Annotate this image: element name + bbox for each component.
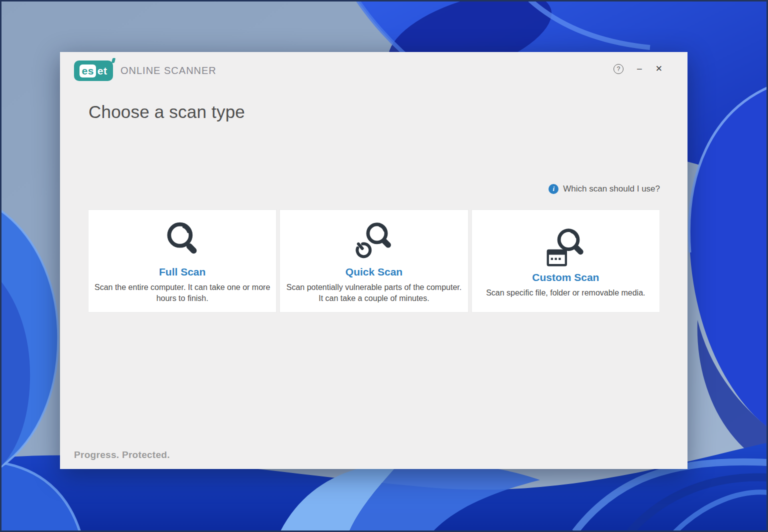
- help-icon: ?: [614, 64, 624, 74]
- close-button[interactable]: ✕: [656, 64, 662, 74]
- window-controls: ? − ✕: [614, 64, 662, 74]
- product-name: ONLINE SCANNER: [120, 65, 216, 76]
- quick-scan-description: Scan potentially vulnerable parts of the…: [282, 282, 466, 304]
- full-scan-title: Full Scan: [159, 266, 206, 278]
- magnifier-power-icon: [351, 219, 397, 265]
- full-scan-description: Scan the entire computer. It can take on…: [90, 282, 274, 304]
- eset-logo-es: es: [80, 64, 96, 78]
- full-scan-card[interactable]: Full Scan Scan the entire computer. It c…: [88, 210, 276, 312]
- magnifier-window-icon: [542, 224, 588, 270]
- info-icon: i: [548, 184, 558, 194]
- which-scan-link-label: Which scan should I use?: [563, 184, 660, 194]
- footer-tagline: Progress. Protected.: [74, 450, 170, 460]
- page-title: Choose a scan type: [88, 102, 245, 122]
- custom-scan-description: Scan specific file, folder or removable …: [482, 288, 649, 298]
- minimize-icon: −: [636, 64, 642, 74]
- custom-scan-card[interactable]: Custom Scan Scan specific file, folder o…: [472, 210, 660, 312]
- eset-logo-et: et: [98, 66, 108, 76]
- brand-row: es et ONLINE SCANNER: [74, 60, 216, 81]
- close-icon: ✕: [656, 64, 662, 74]
- eset-online-scanner-window: es et ONLINE SCANNER ? − ✕ Choose a scan…: [60, 52, 688, 469]
- minimize-button[interactable]: −: [636, 64, 642, 74]
- custom-scan-title: Custom Scan: [532, 272, 599, 284]
- eset-logo-icon: es et: [74, 60, 113, 81]
- quick-scan-title: Quick Scan: [346, 266, 402, 278]
- quick-scan-card[interactable]: Quick Scan Scan potentially vulnerable p…: [280, 210, 468, 312]
- which-scan-link[interactable]: i Which scan should I use?: [548, 184, 660, 194]
- scan-type-cards: Full Scan Scan the entire computer. It c…: [88, 210, 660, 312]
- help-button[interactable]: ?: [614, 64, 624, 74]
- magnifier-icon: [160, 219, 204, 265]
- eset-logo-tick: [112, 58, 116, 63]
